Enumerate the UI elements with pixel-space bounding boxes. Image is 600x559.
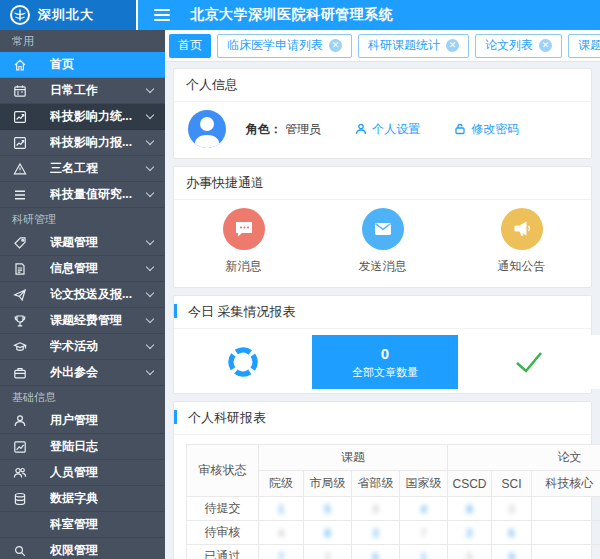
sidebar-item[interactable]: 权限管理 (0, 538, 165, 559)
tab-close-icon[interactable]: ✕ (329, 39, 342, 52)
sidebar-item[interactable]: 日常工作 (0, 78, 165, 104)
sidebar-item-label: 学术活动 (50, 338, 98, 355)
column-header: 院级 (259, 471, 304, 497)
blurred-value-cell[interactable]: 7 (400, 521, 448, 545)
blurred-value-cell[interactable]: 6 (352, 545, 400, 559)
sidebar-item[interactable]: 数据字典 (0, 486, 165, 512)
chevron-down-icon (146, 366, 154, 374)
research-report-card: 个人科研报表 审核状态课题论文院级市局级省部级国家级CSCDSCI科技核心（统计… (173, 401, 592, 559)
sidebar-item[interactable]: 科室管理 (0, 512, 165, 538)
blurred-value-cell[interactable]: 6 (492, 521, 532, 545)
sidebar-item[interactable]: 外出参会 (0, 360, 165, 386)
blurred-value-cell[interactable]: 5 (448, 545, 492, 559)
blurred-value-cell[interactable]: 3 (492, 497, 532, 521)
sidebar-item-label: 数据字典 (50, 490, 98, 507)
sidebar-section-label: 科研管理 (0, 208, 165, 230)
logo-text: 深圳北大 (38, 6, 94, 24)
blurred-value-cell[interactable]: 2 (304, 545, 352, 559)
tab-label: 临床医学申请列表 (227, 37, 323, 54)
sidebar-item[interactable]: 课题经费管理 (0, 308, 165, 334)
tab-item[interactable]: 课题费用报表✕ (568, 34, 600, 58)
lock-icon (454, 123, 466, 135)
sidebar-item-label: 科技影响力统... (50, 108, 132, 125)
sidebar-item-label: 信息管理 (50, 260, 98, 277)
sidebar-item[interactable]: 人员管理 (0, 460, 165, 486)
blurred-value-cell[interactable]: 1 (259, 497, 304, 521)
column-group-header: 课题 (259, 445, 448, 471)
blurred-value-cell[interactable]: 3 (352, 521, 400, 545)
blurred-value-cell[interactable]: 1 (400, 545, 448, 559)
tab-close-icon[interactable]: ✕ (446, 39, 459, 52)
chevron-down-icon (146, 162, 154, 170)
blurred-value-cell[interactable]: 2 (448, 521, 492, 545)
chevron-down-icon (146, 84, 154, 92)
quick-item[interactable]: 通知公告 (452, 208, 591, 275)
article-count-stat: 0 全部文章数量 (312, 335, 458, 389)
personal-settings-link[interactable]: 个人设置 (355, 121, 420, 138)
tab-label: 论文列表 (485, 37, 533, 54)
role-text: 角色： 管理员 (246, 121, 321, 138)
chevron-down-icon (146, 188, 154, 196)
sidebar-item[interactable]: 科技影响力报... (0, 130, 165, 156)
tab-item[interactable]: 首页 (169, 34, 211, 58)
table-row: 已通过7261594 (187, 545, 600, 559)
envelope-icon (362, 208, 404, 250)
blurred-value-cell[interactable]: 8 (304, 521, 352, 545)
tab-item[interactable]: 临床医学申请列表✕ (217, 34, 352, 58)
sidebar: 常用首页日常工作科技影响力统...科技影响力报...三名工程科技量值研究...科… (0, 30, 165, 559)
sidebar-item-label: 日常工作 (50, 82, 98, 99)
table-row: 待审核4837261 (187, 521, 600, 545)
chevron-down-icon (146, 110, 154, 118)
list-icon (12, 187, 28, 203)
sidebar-item[interactable]: 课题管理 (0, 230, 165, 256)
sidebar-item-label: 外出参会 (50, 364, 98, 381)
today-report-card: 今日 采集情况报表 0 全部文章数量 (173, 295, 592, 394)
blurred-value-cell[interactable]: 8 (448, 497, 492, 521)
blurred-value-cell[interactable]: 1 (532, 521, 600, 545)
sidebar-item-label: 科室管理 (50, 516, 98, 533)
sidebar-item[interactable]: 论文投送及报... (0, 282, 165, 308)
blurred-value-cell[interactable]: 9 (352, 497, 400, 521)
blurred-value-cell[interactable]: 4 (259, 521, 304, 545)
sidebar-item[interactable]: 学术活动 (0, 334, 165, 360)
sidebar-item[interactable]: 登陆日志 (0, 434, 165, 460)
tag-icon (12, 235, 28, 251)
magnifier-icon (12, 543, 28, 559)
quick-item[interactable]: 发送消息 (313, 208, 452, 275)
quick-item-label: 新消息 (226, 258, 262, 275)
sidebar-item-label: 首页 (50, 56, 74, 73)
column-header: 国家级 (400, 471, 448, 497)
chevron-down-icon (146, 136, 154, 144)
quick-access-card: 办事快捷通道 新消息发送消息通知公告 (173, 166, 592, 288)
quick-access-title: 办事快捷通道 (174, 167, 591, 200)
tab-close-icon[interactable]: ✕ (539, 39, 552, 52)
tab-item[interactable]: 科研课题统计✕ (358, 34, 469, 58)
blurred-value-cell[interactable]: 4 (400, 497, 448, 521)
hamburger-menu-icon[interactable] (154, 6, 170, 24)
quick-item[interactable]: 新消息 (174, 208, 313, 275)
column-header-review-status: 审核状态 (187, 445, 259, 497)
tab-item[interactable]: 论文列表✕ (475, 34, 562, 58)
change-password-link[interactable]: 修改密码 (454, 121, 519, 138)
sidebar-item[interactable]: 三名工程 (0, 156, 165, 182)
calendar-icon (12, 83, 28, 99)
content-area: 个人信息 角色： 管理员 个人设置 (165, 62, 600, 559)
sidebar-item-label: 三名工程 (50, 160, 98, 177)
sidebar-item-label: 登陆日志 (50, 438, 98, 455)
chart-icon (12, 135, 28, 151)
sidebar-item[interactable]: 信息管理 (0, 256, 165, 282)
home-icon (12, 57, 28, 73)
today-stat-strip: 0 全部文章数量 (174, 335, 600, 389)
tab-label: 课题费用报表 (578, 37, 600, 54)
sidebar-item[interactable]: 科技量值研究... (0, 182, 165, 208)
sidebar-item[interactable]: 首页 (0, 52, 165, 78)
blurred-value-cell[interactable]: 4 (532, 545, 600, 559)
sidebar-item[interactable]: 科技影响力统... (0, 104, 165, 130)
sidebar-item[interactable]: 用户管理 (0, 408, 165, 434)
blurred-value-cell[interactable]: 7 (532, 497, 600, 521)
blurred-value-cell[interactable]: 9 (492, 545, 532, 559)
column-header: 科技核心（统计源）期刊 (532, 471, 600, 497)
blurred-value-cell[interactable]: 7 (259, 545, 304, 559)
blurred-value-cell[interactable]: 5 (304, 497, 352, 521)
report-table-wrap: 审核状态课题论文院级市局级省部级国家级CSCDSCI科技核心（统计源）期刊待提交… (174, 435, 600, 559)
